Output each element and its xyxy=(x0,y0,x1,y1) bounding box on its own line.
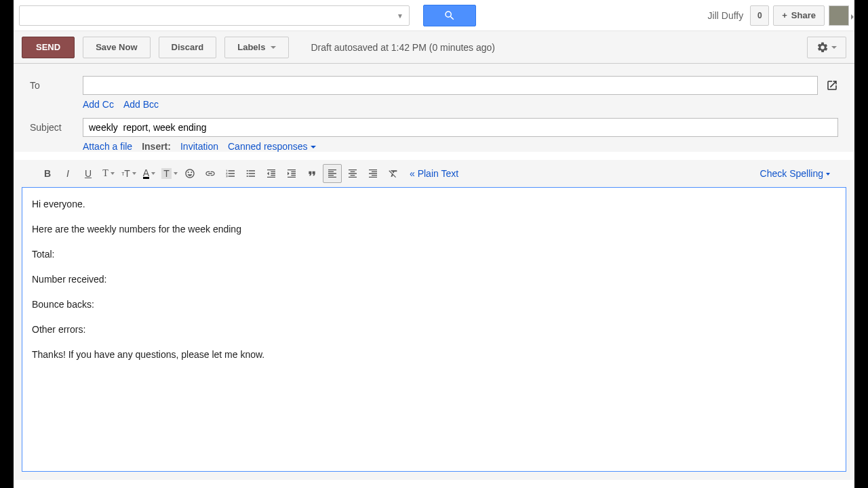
top-bar: ▼ Jill Duffy 0 + Share xyxy=(14,0,854,31)
check-spelling-link[interactable]: Check Spelling xyxy=(760,168,830,179)
emoji-icon xyxy=(184,168,195,179)
message-body-editor[interactable]: Hi everyone. Here are the weekly numbers… xyxy=(22,187,846,472)
align-left-button[interactable] xyxy=(323,164,342,183)
compose-area: To Add Cc Add Bcc Subject Attach a file … xyxy=(14,64,854,152)
save-now-button[interactable]: Save Now xyxy=(83,37,150,58)
bullet-list-button[interactable] xyxy=(241,164,260,183)
body-line: Hi everyone. xyxy=(32,197,836,211)
app-window: ▼ Jill Duffy 0 + Share SEND Save Now Dis… xyxy=(14,0,854,488)
editor-wrap: Hi everyone. Here are the weekly numbers… xyxy=(14,187,854,480)
body-line: Here are the weekly numbers for the week… xyxy=(32,222,836,237)
gear-icon xyxy=(816,41,829,54)
popout-icon xyxy=(826,79,838,92)
emoji-button[interactable] xyxy=(180,164,199,183)
align-left-icon xyxy=(327,168,338,179)
insert-row: Attach a file Insert: Invitation Canned … xyxy=(83,141,838,152)
underline-button[interactable]: U xyxy=(79,164,98,183)
font-family-button[interactable]: T xyxy=(99,164,118,183)
popout-button[interactable] xyxy=(826,79,838,92)
search-icon xyxy=(443,9,456,22)
discard-button[interactable]: Discard xyxy=(159,37,217,58)
invitation-link[interactable]: Invitation xyxy=(180,141,218,152)
share-label: Share xyxy=(791,10,816,20)
share-button[interactable]: + Share xyxy=(773,5,825,26)
insert-label: Insert: xyxy=(142,141,171,152)
send-button[interactable]: SEND xyxy=(22,37,75,58)
quote-icon xyxy=(307,168,317,179)
plain-text-link[interactable]: « Plain Text xyxy=(410,168,458,179)
search-options-dropdown-icon[interactable]: ▼ xyxy=(397,12,403,19)
remove-formatting-icon xyxy=(388,168,399,179)
user-name[interactable]: Jill Duffy xyxy=(708,10,744,21)
to-input[interactable] xyxy=(83,76,818,95)
avatar[interactable] xyxy=(829,5,849,26)
plus-icon: + xyxy=(782,10,787,20)
quote-button[interactable] xyxy=(302,164,321,183)
align-center-icon xyxy=(347,168,358,179)
align-right-icon xyxy=(368,168,378,179)
body-line: Number received: xyxy=(32,272,836,287)
labels-button[interactable]: Labels xyxy=(224,37,289,58)
indent-more-button[interactable] xyxy=(282,164,301,183)
search-wrap: ▼ xyxy=(19,5,476,26)
to-row: To xyxy=(30,76,838,95)
canned-responses-link[interactable]: Canned responses xyxy=(228,141,316,152)
search-input[interactable]: ▼ xyxy=(19,5,410,26)
body-line: Bounce backs: xyxy=(32,298,836,312)
subject-label: Subject xyxy=(30,122,83,133)
highlight-button[interactable]: T xyxy=(160,164,179,183)
text-color-button[interactable]: A xyxy=(140,164,159,183)
format-toolbar: B I U T тT A T xyxy=(14,160,854,187)
indent-more-icon xyxy=(286,168,297,179)
body-line: Thanks! If you have any questions, pleas… xyxy=(32,348,836,362)
body-line: Total: xyxy=(32,247,836,262)
bold-button[interactable]: B xyxy=(38,164,57,183)
notifications-badge[interactable]: 0 xyxy=(750,5,769,26)
indent-less-icon xyxy=(266,168,277,179)
link-button[interactable] xyxy=(201,164,220,183)
font-size-button[interactable]: тT xyxy=(119,164,138,183)
align-center-button[interactable] xyxy=(343,164,362,183)
italic-button[interactable]: I xyxy=(58,164,77,183)
add-bcc-link[interactable]: Add Bcc xyxy=(123,99,159,110)
body-line: Other errors: xyxy=(32,323,836,337)
add-cc-link[interactable]: Add Cc xyxy=(83,99,114,110)
search-button[interactable] xyxy=(423,5,476,26)
subject-input[interactable] xyxy=(83,118,838,137)
bullet-list-icon xyxy=(245,168,256,179)
numbered-list-icon xyxy=(225,168,236,179)
remove-formatting-button[interactable] xyxy=(384,164,403,183)
to-label: To xyxy=(30,80,83,91)
attach-file-link[interactable]: Attach a file xyxy=(83,141,132,152)
autosave-status: Draft autosaved at 1:42 PM (0 minutes ag… xyxy=(311,42,495,53)
cc-bcc-links: Add Cc Add Bcc xyxy=(83,99,838,110)
align-right-button[interactable] xyxy=(363,164,382,183)
topbar-right: Jill Duffy 0 + Share xyxy=(708,5,849,26)
subject-row: Subject xyxy=(30,118,838,137)
indent-less-button[interactable] xyxy=(262,164,281,183)
link-icon xyxy=(205,168,216,179)
numbered-list-button[interactable] xyxy=(221,164,240,183)
action-bar: SEND Save Now Discard Labels Draft autos… xyxy=(14,31,854,64)
settings-button[interactable] xyxy=(807,37,846,58)
